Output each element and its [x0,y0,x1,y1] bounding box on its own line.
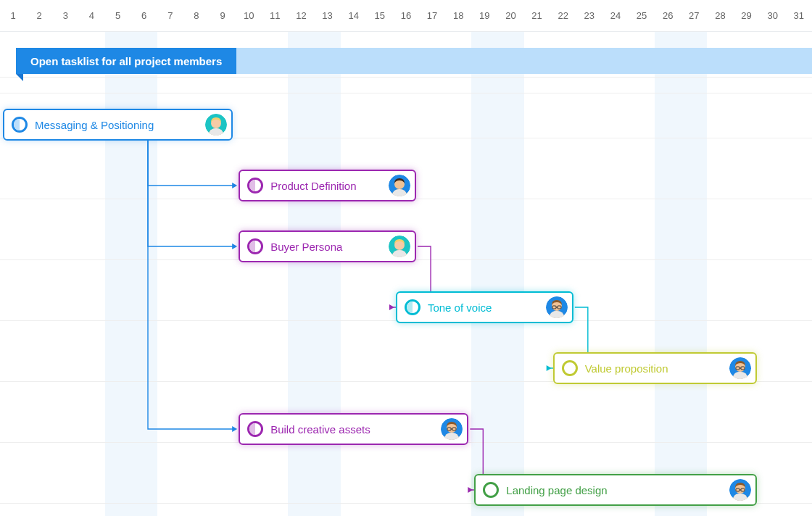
svg-marker-2 [232,426,237,432]
day-column-25: 25 [629,10,655,21]
assignee-avatar[interactable] [441,418,463,440]
dependency-connector [148,141,236,429]
task-label: Product Definition [270,180,356,192]
row-divider [0,77,812,78]
tasklist-header-label: Open tasklist for all project members [30,55,222,67]
weekend-shade [655,32,681,516]
day-column-18: 18 [445,10,471,21]
assignee-avatar[interactable] [389,175,410,196]
gantt-chart: 1234567891011121314151617181920212223242… [0,0,812,516]
dependency-connector [148,141,236,246]
assignee-avatar[interactable] [389,236,410,257]
weekend-shade [131,32,157,516]
day-column-23: 23 [576,10,602,21]
progress-icon [405,299,420,315]
progress-icon [12,117,28,133]
day-column-9: 9 [210,10,236,21]
weekend-shade [471,32,497,516]
timeline-header: 1234567891011121314151617181920212223242… [0,0,812,32]
task-label: Landing page design [506,484,607,496]
progress-icon [483,482,499,498]
day-column-24: 24 [602,10,629,21]
weekend-shade [497,32,523,516]
day-column-6: 6 [131,10,157,21]
day-column-26: 26 [655,10,681,21]
day-column-30: 30 [760,10,786,21]
progress-icon [562,360,578,376]
day-column-10: 10 [236,10,262,21]
task-label: Build creative assets [270,423,370,436]
weekend-shade [105,32,131,516]
day-column-15: 15 [367,10,393,21]
day-column-16: 16 [393,10,419,21]
task-messaging[interactable]: Messaging & Positioning [3,109,233,141]
day-column-20: 20 [497,10,523,21]
row-divider [0,93,812,93]
day-column-2: 2 [26,10,52,21]
day-column-5: 5 [105,10,131,21]
day-column-3: 3 [52,10,78,21]
day-column-4: 4 [78,10,104,21]
day-column-13: 13 [315,10,341,21]
svg-marker-3 [389,304,394,310]
progress-icon [247,421,263,437]
progress-icon [247,238,263,254]
assignee-avatar[interactable] [205,114,227,136]
task-assets[interactable]: Build creative assets [239,413,468,445]
day-column-17: 17 [419,10,445,21]
progress-icon [247,178,263,194]
day-column-28: 28 [707,10,733,21]
dependency-connector [148,141,236,186]
day-column-29: 29 [734,10,760,21]
day-column-12: 12 [288,10,314,21]
tasklist-header-title: Open tasklist for all project members [16,48,236,74]
svg-marker-1 [232,244,237,249]
weekend-shade [681,32,707,516]
assignee-avatar[interactable] [729,479,751,501]
svg-marker-4 [547,365,552,371]
day-column-8: 8 [183,10,210,21]
day-column-27: 27 [681,10,707,21]
day-column-21: 21 [524,10,550,21]
day-column-11: 11 [262,10,288,21]
assignee-avatar[interactable] [546,296,568,318]
task-label: Messaging & Positioning [35,119,154,131]
tasklist-header-banner[interactable]: Open tasklist for all project members [16,48,812,74]
svg-marker-0 [232,183,237,188]
day-column-1: 1 [0,10,26,21]
task-label: Value proposition [585,362,668,375]
day-column-7: 7 [157,10,183,21]
task-tone[interactable]: Tone of voice [396,291,573,323]
day-column-19: 19 [471,10,497,21]
task-product[interactable]: Product Definition [239,170,416,201]
assignee-avatar[interactable] [729,357,751,379]
task-persona[interactable]: Buyer Persona [239,230,416,262]
task-label: Buyer Persona [270,241,342,253]
day-column-31: 31 [786,10,812,21]
day-column-14: 14 [341,10,367,21]
task-value[interactable]: Value proposition [553,352,757,384]
task-landing[interactable]: Landing page design [474,474,756,506]
task-label: Tone of voice [428,301,492,314]
day-column-22: 22 [550,10,576,21]
